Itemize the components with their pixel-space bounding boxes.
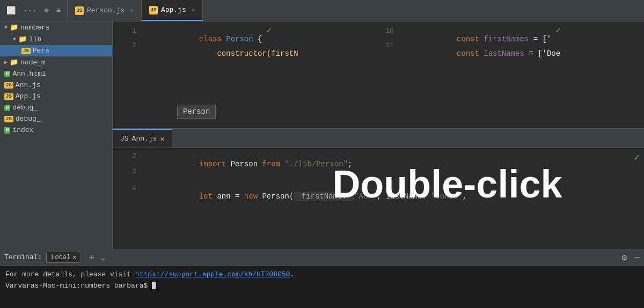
folder-icon-node: 📁 [10,58,18,67]
sidebar-item-numbers[interactable]: ▼ 📁 numbers [0,21,112,33]
terminal-link[interactable]: https://support.apple.com/kb/HT208050 [135,270,290,278]
expand-arrow-lib: ▼ [13,36,16,42]
h-badge-ann: H [4,71,10,77]
add-icon[interactable]: ⊕ [42,5,50,16]
terminal-content: For more details, please visit https://s… [0,266,644,308]
terminal-line-1: For more details, please visit https://s… [5,269,639,281]
folder-icon-lib: 📁 [18,35,27,43]
sidebar-label-debug2: debug_ [16,115,41,123]
tab-person-js[interactable]: JS Person.js ✕ [68,0,142,21]
kw-lastname-label: lastName: [386,192,431,201]
sidebar-item-ann-html[interactable]: H Ann.html [0,68,112,79]
kw-person-call: Person( [262,192,294,201]
editor-top: 1 class Person { ✓ 2 constructor(firstN … [113,21,644,129]
kw-varname-11: lastNames [484,49,524,58]
kw-import: import [199,160,231,168]
line-num-10: 10 [375,27,394,35]
code-text-ann-4: let ann = new Person( firstName: "Ann", … [145,184,467,209]
js-icon-ann: JS [120,135,129,143]
terminal: Terminal: Local ✕ ＋ ⌄ ⚙ — For more detai… [0,249,644,308]
tab-bar: ⬜ ··· ⊕ ≡ JS Person.js ✕ JS App.js ✕ [0,0,644,21]
sidebar-label-lib: lib [29,35,41,43]
code-line-10: 10 const firstNames = [' ✓ [370,25,644,41]
code-bottom: 2 import Person from "./lib/Person"; ✓ 3… [113,148,644,249]
terminal-text-before-link: For more details, please visit [5,270,135,278]
sidebar-item-person[interactable]: JS Pers [0,45,112,56]
tab-person-close[interactable]: ✕ [130,7,134,14]
expand-arrow: ▼ [4,25,8,31]
sidebar-label-index: index [12,126,33,134]
line-num-2: 2 [117,41,136,49]
line-num-ann-4: 4 [117,184,136,192]
editor-tab-ann[interactable]: JS Ann.js ✕ [113,129,172,148]
tab-app-close[interactable]: ✕ [192,6,195,13]
sidebar-item-app-js[interactable]: JS App.js [0,91,112,102]
terminal-tab-label: Local [51,254,70,261]
toolbar-left: ⬜ ··· ⊕ ≡ [0,0,68,21]
sidebar-label-app-js: App.js [16,92,41,100]
terminal-text-after-link: . [290,270,295,278]
sidebar-label-numbers: numbers [20,24,50,32]
terminal-add-button[interactable]: ＋ [87,252,96,263]
sidebar-item-debug2[interactable]: JS debug_ [0,113,112,124]
terminal-tab-bar: Terminal: Local ✕ ＋ ⌄ ⚙ — [0,249,644,266]
h-badge-debug1: H [4,105,10,111]
tabs-container: JS Person.js ✕ JS App.js ✕ [68,0,644,21]
kw-from: from [262,160,284,168]
editor-bottom: JS Ann.js ✕ 2 import Person from "./lib/… [113,129,644,249]
editor-area: 1 class Person { ✓ 2 constructor(firstN … [113,21,644,249]
terminal-prompt-line: Varvaras-Mac-mini:numbers barbara$ [5,281,639,292]
kw-comma-1: , [377,192,386,201]
terminal-local-tab[interactable]: Local ✕ [46,252,81,263]
kw-ann: ann [217,192,235,201]
more-icon[interactable]: ··· [21,5,39,16]
kw-jones-value: "Jones" [431,192,463,201]
tab-app-js[interactable]: JS App.js ✕ [142,0,203,21]
sidebar-item-lib[interactable]: ▼ 📁 lib [0,33,112,45]
terminal-minimize-icon[interactable]: — [634,253,640,262]
editor-tab-ann-close[interactable]: ✕ [160,135,164,143]
code-line-ann-4: 4 let ann = new Person( firstName: "Ann"… [113,184,644,200]
js-badge-debug2: JS [4,116,13,122]
sidebar-item-debug1[interactable]: H debug_ [0,102,112,113]
js-icon: JS [75,6,84,15]
line-num-ann-2: 2 [117,152,136,160]
main-area: ▼ 📁 numbers ▼ 📁 lib JS Pers ▶ 📁 node_m H… [0,21,644,249]
kw-ann-value: "Ann" [354,192,377,201]
editor-bottom-tab-bar: JS Ann.js ✕ [113,129,644,148]
terminal-label: Terminal: [4,253,42,261]
code-text-11: const lastNames = ['Doe [402,41,560,67]
sidebar: ▼ 📁 numbers ▼ 📁 lib JS Pers ▶ 📁 node_m H… [0,21,113,249]
terminal-prompt: Varvaras-Mac-mini:numbers barbara$ [5,282,152,290]
folder-icon: 📁 [10,23,18,32]
menu-icon[interactable]: ≡ [54,5,63,16]
sidebar-item-index[interactable]: H index [0,124,112,136]
sidebar-item-ann-js[interactable]: JS Ann.js [0,79,112,91]
sidebar-label-person: Pers [33,47,49,55]
param-hint: firstName: [294,192,354,201]
sidebar-item-node[interactable]: ▶ 📁 node_m [0,56,112,68]
kw-let: let [199,192,217,201]
tab-person-label: Person.js [87,6,125,14]
kw-const-11: const [457,49,484,58]
line-num-1: 1 [117,27,136,35]
sidebar-label-ann-js: Ann.js [16,81,41,89]
js-badge-app: JS [4,93,13,100]
editor-tab-ann-label: Ann.js [132,135,157,143]
kw-eq-11: = ['Doe [524,49,560,58]
sidebar-label-node: node_m [20,58,46,67]
js-badge-person: JS [21,48,31,54]
code-text-2: constructor(firstN [145,41,298,67]
kw-constructor: constructor(firstN [199,49,298,58]
terminal-chevron-icon[interactable]: ⌄ [100,253,105,262]
terminal-tab-close[interactable]: ✕ [72,253,76,261]
check-icon-ann-2: ✓ [634,151,640,163]
kw-comma-2: , [463,192,467,201]
window-icon[interactable]: ⬜ [4,5,18,16]
tooltip-text: Person [183,107,210,116]
js-icon-app: JS [149,6,158,14]
terminal-settings-icon[interactable]: ⚙ [622,252,627,263]
kw-string-path: "./lib/Person" [284,160,348,168]
code-line-ann-2: 2 import Person from "./lib/Person"; ✓ [113,151,644,167]
h-badge-index: H [4,127,10,134]
